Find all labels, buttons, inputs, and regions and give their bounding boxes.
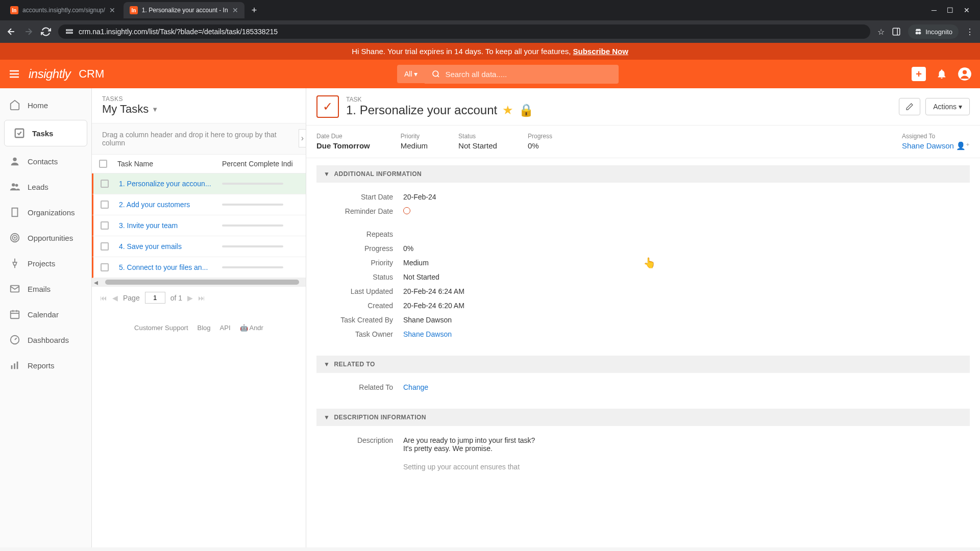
incognito-badge[interactable]: Incognito: [908, 24, 959, 39]
sidebar-item-home[interactable]: Home: [0, 92, 91, 118]
task-row[interactable]: 2. Add your customers: [92, 194, 306, 215]
progress-indicator: [222, 183, 283, 185]
pager-prev[interactable]: ◀: [112, 294, 118, 302]
col-task-name[interactable]: Task Name: [117, 160, 222, 168]
blog-link[interactable]: Blog: [198, 324, 211, 332]
task-type-icon: ✓: [316, 95, 339, 118]
sidebar-item-reports[interactable]: Reports: [0, 353, 91, 378]
detail-label: TASK: [346, 96, 892, 103]
row-checkbox[interactable]: [101, 263, 109, 271]
search-box[interactable]: [425, 65, 619, 84]
expand-handle[interactable]: ›: [299, 129, 306, 147]
sidebar-item-projects[interactable]: Projects: [0, 251, 91, 276]
close-icon[interactable]: ✕: [232, 6, 238, 14]
forward-button[interactable]: [23, 27, 34, 37]
sidebar-item-opportunities[interactable]: Opportunities: [0, 225, 91, 251]
sidebar-item-organizations[interactable]: Organizations: [0, 199, 91, 225]
assign-icon[interactable]: 👤⁺: [956, 141, 970, 150]
detail-meta: Date DueDue Tomorrow PriorityMedium Stat…: [306, 126, 980, 158]
close-icon[interactable]: ✕: [109, 6, 115, 14]
search-scope-dropdown[interactable]: All ▾: [397, 65, 425, 83]
pager-last[interactable]: ⏭: [198, 294, 205, 302]
task-row[interactable]: 3. Invite your team: [92, 215, 306, 236]
target-icon: [9, 232, 20, 243]
support-link[interactable]: Customer Support: [134, 324, 188, 332]
menu-icon[interactable]: [8, 68, 20, 80]
actions-dropdown[interactable]: Actions ▾: [925, 98, 970, 115]
new-tab-button[interactable]: +: [247, 2, 262, 19]
section-toggle[interactable]: ▼DESCRIPTION INFORMATION: [316, 409, 970, 426]
subscribe-link[interactable]: Subscribe Now: [573, 47, 628, 56]
section-toggle[interactable]: ▼RELATED TO: [316, 356, 970, 373]
sidebar-item-calendar[interactable]: Calendar: [0, 302, 91, 327]
section-description: ▼DESCRIPTION INFORMATION DescriptionAre …: [316, 409, 970, 481]
task-row[interactable]: 5. Connect to your files an...: [92, 257, 306, 278]
api-link[interactable]: API: [220, 324, 231, 332]
sidebar-item-dashboards[interactable]: Dashboards: [0, 327, 91, 353]
site-settings-icon: [65, 28, 74, 36]
search-input[interactable]: [445, 70, 611, 79]
tab-title: accounts.insightly.com/signup/: [22, 7, 105, 14]
sidebar-item-contacts[interactable]: Contacts: [0, 148, 91, 174]
logo[interactable]: insightly: [29, 67, 70, 81]
browser-tab-active[interactable]: In 1. Personalize your account - In ✕: [124, 2, 244, 18]
minimize-icon[interactable]: ─: [932, 6, 937, 14]
related-change-link[interactable]: Change: [403, 383, 428, 391]
svg-point-14: [13, 158, 16, 161]
tab-bar: In accounts.insightly.com/signup/ ✕ In 1…: [0, 0, 980, 20]
horizontal-scrollbar[interactable]: ◂: [92, 278, 306, 286]
panel-icon[interactable]: [892, 27, 901, 36]
list-label: TASKS: [102, 95, 296, 103]
back-button[interactable]: [6, 27, 16, 37]
lock-icon[interactable]: 🔒: [519, 103, 534, 117]
pager-first[interactable]: ⏮: [100, 294, 107, 302]
group-hint[interactable]: Drag a column header and drop it here to…: [92, 123, 306, 155]
android-link[interactable]: 🤖 Andr: [240, 324, 263, 332]
row-checkbox[interactable]: [101, 180, 109, 188]
browser-tab[interactable]: In accounts.insightly.com/signup/ ✕: [4, 2, 121, 18]
task-owner-link[interactable]: Shane Dawson: [403, 330, 452, 338]
edit-button[interactable]: [899, 98, 920, 115]
add-button[interactable]: +: [912, 67, 926, 81]
svg-line-10: [437, 76, 439, 77]
svg-point-5: [918, 32, 921, 34]
chevron-down-icon: ▼: [324, 361, 330, 368]
person-icon: [9, 156, 20, 167]
svg-point-9: [433, 71, 438, 77]
notifications-icon[interactable]: [936, 68, 947, 80]
pager-page-input[interactable]: [145, 292, 165, 304]
star-icon[interactable]: ★: [502, 103, 513, 117]
task-row[interactable]: 4. Save your emails: [92, 236, 306, 257]
browser-menu-icon[interactable]: ⋮: [966, 27, 974, 37]
row-checkbox[interactable]: [101, 201, 109, 209]
reload-button[interactable]: [41, 27, 51, 37]
incognito-icon: [914, 28, 922, 36]
reminder-icon[interactable]: [403, 207, 410, 214]
bookmark-icon[interactable]: ☆: [877, 27, 885, 37]
close-window-icon[interactable]: ✕: [964, 6, 970, 14]
svg-rect-1: [66, 32, 72, 33]
task-row[interactable]: 1. Personalize your accoun...: [92, 173, 306, 194]
row-checkbox[interactable]: [101, 221, 109, 230]
sidebar-item-leads[interactable]: Leads: [0, 174, 91, 199]
svg-rect-2: [893, 28, 900, 35]
browser-chrome: In accounts.insightly.com/signup/ ✕ In 1…: [0, 0, 980, 43]
col-percent[interactable]: Percent Complete Indi: [222, 160, 299, 168]
list-title-dropdown[interactable]: My Tasks▼: [102, 103, 296, 116]
calendar-icon: [9, 309, 20, 320]
favicon-icon: In: [130, 6, 138, 14]
assigned-to-link[interactable]: Shane Dawson 👤⁺: [902, 141, 970, 151]
search: All ▾: [397, 65, 619, 84]
pager-next[interactable]: ▶: [187, 294, 193, 302]
progress-indicator: [222, 204, 283, 206]
maximize-icon[interactable]: ☐: [947, 6, 953, 14]
profile-icon[interactable]: [958, 67, 972, 81]
sidebar-item-emails[interactable]: Emails: [0, 276, 91, 302]
svg-rect-31: [11, 365, 13, 369]
select-all-checkbox[interactable]: [99, 160, 107, 168]
progress-indicator: [222, 245, 283, 247]
section-toggle[interactable]: ▼ADDITIONAL INFORMATION: [316, 165, 970, 183]
row-checkbox[interactable]: [101, 242, 109, 251]
address-bar[interactable]: crm.na1.insightly.com/list/Task/?blade=/…: [58, 24, 870, 39]
sidebar-item-tasks[interactable]: Tasks: [4, 120, 87, 146]
